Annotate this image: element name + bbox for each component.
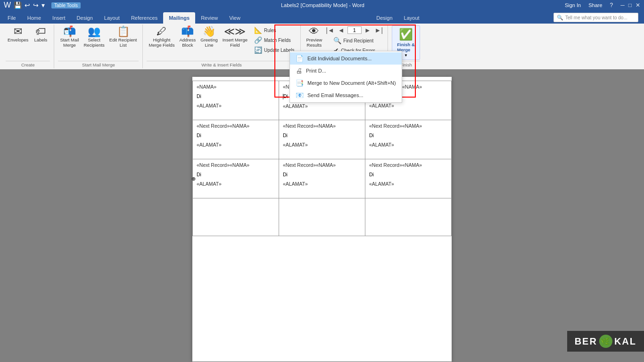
cell-content: «Next Record»«NAMA» Di «ALAMAT» — [369, 162, 447, 195]
ribbon-group-start-mail-merge: 📬 Start Mail Merge 👥 Select Recipients 📋… — [54, 25, 143, 68]
di-text-r1c1: Di — [197, 93, 275, 99]
di-text-r3c2: Di — [283, 172, 361, 177]
save-button[interactable]: 💾 — [13, 1, 23, 9]
watermark: BER 🌿 KAL — [567, 331, 644, 352]
title-bar-right: Sign In Share ? ─ □ ✕ — [565, 2, 640, 8]
alamat-field-r1c2: «ALAMAT» — [283, 103, 361, 109]
alamat-field-r2c2: «ALAMAT» — [283, 142, 361, 148]
match-fields-button[interactable]: 🔗 Match Fields — [252, 35, 297, 45]
table-cell[interactable]: «Next Record»«NAMA» Di «ALAMAT» — [365, 159, 452, 198]
alamat-field-r2c3: «ALAMAT» — [369, 142, 447, 148]
alamat-field-r1c3: «ALAMAT» — [369, 103, 447, 108]
minimize-button[interactable]: ─ — [620, 2, 625, 8]
nama-field-r2c2: «Next Record»«NAMA» — [283, 123, 361, 129]
tab-references[interactable]: References — [125, 12, 163, 24]
nav-first-button[interactable]: |◄ — [325, 25, 335, 35]
highlight-merge-fields-button[interactable]: 🖊 Highlight Merge Fields — [147, 25, 176, 49]
tab-layout[interactable]: Layout — [99, 12, 125, 24]
send-email-messages-item[interactable]: 📧 Send Email Messages... — [290, 89, 402, 101]
tab-table-design[interactable]: Design — [371, 12, 398, 24]
send-email-icon: 📧 — [296, 91, 304, 99]
greeting-line-icon: 👋 — [203, 26, 215, 37]
record-number-input[interactable] — [347, 26, 362, 34]
table-cell-empty[interactable] — [279, 198, 365, 236]
share-button[interactable]: Share — [588, 2, 602, 8]
label-table: «NAMA» Di «ALAMAT» «Next Record»«NAMA» D… — [192, 81, 452, 236]
send-email-messages-label: Send Email Messages... — [307, 92, 363, 98]
update-labels-icon: 🔄 — [254, 46, 262, 54]
table-cell[interactable]: «Next Record»«NAMA» Di «ALAMAT» — [279, 159, 365, 198]
table-move-handle[interactable]: ⊕ — [191, 176, 193, 178]
table-tools-label: Table Tools — [51, 2, 81, 8]
table-cell[interactable]: «NAMA» Di «ALAMAT» — [193, 81, 279, 120]
main-area: ⊕ «NAMA» Di «ALAMAT» — [0, 69, 644, 362]
select-recipients-button[interactable]: 👥 Select Recipients — [82, 25, 107, 49]
write-insert-small-buttons: 📐 Rules 🔗 Match Fields 🔄 Update Labels — [252, 25, 297, 55]
quick-access-toolbar: 💾 ↩ ↪ ▾ — [13, 1, 46, 9]
labels-button[interactable]: 🏷 Labels — [31, 25, 50, 43]
start-mail-merge-icon: 📬 — [63, 26, 76, 37]
cell-content: «Next Record»«NAMA» Di «ALAMAT» — [283, 162, 361, 195]
write-insert-group-label: Write & Insert Fields — [147, 61, 296, 67]
restore-button[interactable]: □ — [628, 2, 632, 8]
tab-insert[interactable]: Insert — [47, 12, 71, 24]
cell-content: «Next Record»«NAMA» Di «ALAMAT» — [197, 162, 275, 195]
tab-mailings[interactable]: Mailings — [163, 12, 195, 24]
close-button[interactable]: ✕ — [636, 2, 640, 8]
alamat-field-r2c1: «ALAMAT» — [197, 142, 275, 148]
greeting-line-button[interactable]: 👋 Greeting Line — [198, 25, 219, 49]
edit-recipient-list-button[interactable]: 📋 Edit Recipient List — [107, 25, 139, 49]
nama-field-r3c1: «Next Record»«NAMA» — [197, 162, 275, 168]
tab-view[interactable]: View — [223, 12, 246, 24]
redo-button[interactable]: ↪ — [32, 1, 40, 9]
ribbon-tabs: File Home Insert Design Layout Reference… — [0, 10, 644, 24]
nav-last-button[interactable]: ►| — [374, 25, 384, 35]
merge-to-new-document-item[interactable]: 📑 Merge to New Document (Alt+Shift+N) — [290, 77, 402, 89]
help-icon[interactable]: ? — [610, 2, 613, 8]
customize-quick-access-button[interactable]: ▾ — [41, 1, 46, 9]
print-icon: 🖨 — [296, 67, 302, 74]
ribbon-group-create: ✉ Envelopes 🏷 Labels Create — [2, 25, 54, 68]
alamat-field-r1c1: «ALAMAT» — [197, 103, 275, 108]
text-cursor — [283, 94, 283, 99]
nama-field-r2c1: «Next Record»«NAMA» — [197, 123, 275, 129]
table-cell[interactable]: «Next Record»«NAMA» Di «ALAMAT» — [193, 120, 279, 159]
write-insert-group-items: 🖊 Highlight Merge Fields 📫 Address Block… — [147, 25, 296, 60]
watermark-logo: 🌿 — [599, 335, 612, 348]
search-icon: 🔍 — [557, 15, 563, 21]
edit-individual-documents-item[interactable]: 📄 Edit Individual Documents... — [290, 52, 402, 65]
nama-field-r2c3: «Next Record»«NAMA» — [369, 123, 447, 129]
merge-new-doc-icon: 📑 — [296, 79, 304, 87]
tab-file[interactable]: File — [2, 12, 22, 24]
tell-me-search[interactable]: 🔍 Tell me what you want to do... — [553, 13, 638, 22]
highlight-icon: 🖊 — [157, 26, 167, 37]
envelopes-button[interactable]: ✉ Envelopes — [6, 25, 30, 43]
nav-prev-button[interactable]: ◄ — [337, 25, 346, 35]
print-documents-item[interactable]: 🖨 Print D... — [290, 65, 402, 77]
watermark-text-kal: KAL — [614, 336, 636, 347]
table-row: «Next Record»«NAMA» Di «ALAMAT» «Next Re… — [193, 120, 452, 159]
document-page: ⊕ «NAMA» Di «ALAMAT» — [192, 77, 452, 362]
insert-merge-field-button[interactable]: ≪≫ Insert Merge Field — [221, 25, 249, 49]
tab-review[interactable]: Review — [195, 12, 223, 24]
tab-home[interactable]: Home — [22, 12, 47, 24]
table-cell[interactable]: «Next Record»«NAMA» Di «ALAMAT» — [365, 120, 452, 159]
tab-design[interactable]: Design — [71, 12, 99, 24]
tab-table-layout[interactable]: Layout — [398, 12, 425, 24]
sign-in-button[interactable]: Sign In — [565, 2, 581, 8]
table-cell-empty[interactable] — [193, 198, 279, 236]
table-cell-empty[interactable] — [365, 198, 452, 236]
undo-button[interactable]: ↩ — [24, 1, 31, 9]
table-cell[interactable]: «Next Record»«NAMA» Di «ALAMAT» — [279, 120, 365, 159]
start-mail-merge-button[interactable]: 📬 Start Mail Merge — [58, 25, 81, 49]
cell-content: «Next Record»«NAMA» Di «ALAMAT» — [197, 123, 275, 156]
di-text-r3c1: Di — [197, 172, 275, 177]
table-cell[interactable]: «Next Record»«NAMA» Di «ALAMAT» — [193, 159, 279, 198]
address-block-button[interactable]: 📫 Address Block — [177, 25, 198, 49]
find-recipient-button[interactable]: 🔍 Find Recipient — [331, 36, 377, 45]
nav-next-button[interactable]: ► — [363, 25, 372, 35]
preview-results-button[interactable]: 👁 Preview Results — [305, 25, 324, 49]
nama-field-r3c3: «Next Record»«NAMA» — [369, 162, 447, 168]
preview-results-icon: 👁 — [309, 26, 319, 37]
rules-button[interactable]: 📐 Rules — [252, 25, 297, 35]
